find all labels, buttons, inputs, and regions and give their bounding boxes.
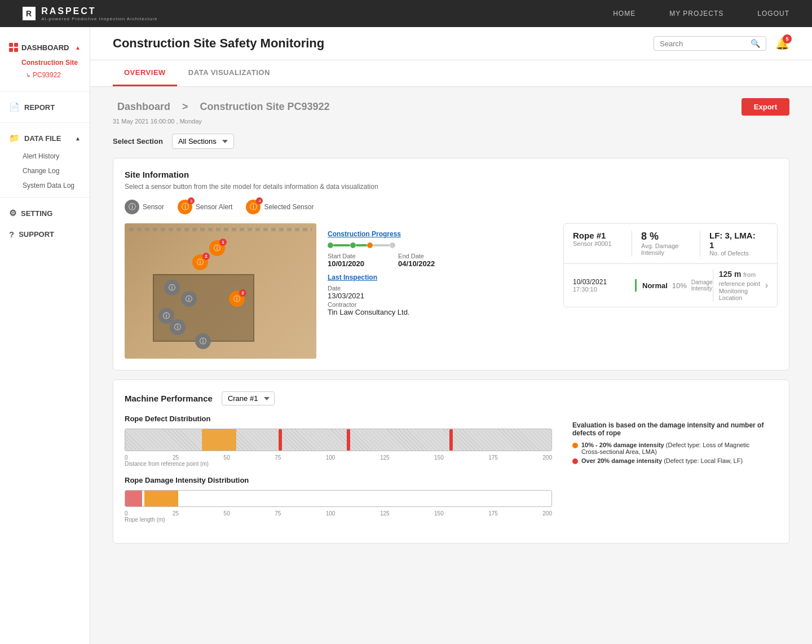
- intensity-seg-gray: [125, 506, 500, 507]
- map-sensor-2[interactable]: ⓘ: [181, 291, 197, 307]
- top-nav-links: HOME MY PROJECTS LOGOUT: [613, 10, 789, 17]
- data-file-arrow: ▲: [75, 135, 81, 142]
- prog-dot-end: [390, 242, 395, 248]
- legend-orange-row: 10% - 20% damage intensity (Defect type:…: [572, 442, 769, 455]
- int-axis-200: 200: [542, 510, 552, 517]
- rope-intensity-block: Normal 10% Damage Intensity: [635, 279, 713, 292]
- map-sensor-alert-3[interactable]: ⓘ 2: [229, 291, 245, 307]
- rope-sensor: Sensor #0001: [573, 240, 623, 247]
- date-label: 31 May 2021 16:00:00 , Monday: [113, 118, 789, 125]
- last-inspection: Last Inspection Date 13/03/2021: [328, 274, 440, 316]
- map-sensor-alert-2[interactable]: ⓘ 2: [192, 254, 208, 270]
- intensity-seg-orange: [144, 491, 178, 506]
- prog-seg-2: [356, 244, 367, 246]
- defect-marker-1: [279, 429, 282, 451]
- dashboard-icon: [9, 43, 18, 52]
- rope-defects: LF: 3, LMA: 1: [709, 231, 759, 250]
- eval-legend-title: Evaluation is based on the damage intens…: [572, 421, 769, 437]
- logo-box: R: [23, 7, 36, 20]
- selected-sensor-badge: 4: [256, 197, 263, 204]
- export-button[interactable]: Export: [742, 98, 789, 116]
- end-date-value: 04/10/2022: [398, 259, 435, 268]
- sidebar-item-setting[interactable]: ⚙ SETTING: [0, 202, 90, 224]
- rope-header: Rope #1 Sensor #0001 8 % Avg. Damage Int…: [564, 224, 777, 263]
- map-sensor-5[interactable]: ⓘ: [195, 333, 211, 349]
- last-inspection-label[interactable]: Last Inspection: [328, 274, 440, 281]
- rope-intensity-chart-title: Rope Damage Intensity Distribution: [125, 476, 552, 484]
- search-input[interactable]: [660, 39, 746, 48]
- rope-location-m: 125 m from reference point: [719, 270, 765, 288]
- construction-progress-label[interactable]: Construction Progress: [328, 230, 440, 238]
- top-nav: R RASPECT AI-powered Predictive Inspecti…: [0, 0, 812, 27]
- header-bar: Construction Site Safety Monitoring 🔍 🔔 …: [90, 27, 812, 60]
- sensor-label: Sensor: [143, 203, 164, 211]
- inspection-contractor-row: Contractor Tin Law Consultancy Ltd.: [328, 301, 440, 316]
- site-info-subtitle: Select a sensor button from the site mod…: [125, 183, 778, 191]
- charts-with-legend: Rope Defect Distribution: [125, 414, 778, 532]
- select-section-label: Select Section: [113, 137, 163, 145]
- rope-avg-damage: 8 %: [641, 231, 691, 242]
- site-map-image: ⓘ ⓘ ⓘ ⓘ 1 ⓘ 2: [125, 223, 316, 359]
- search-box: 🔍: [654, 36, 766, 51]
- defect-marker-3: [449, 429, 453, 451]
- sidebar-sub-change-log[interactable]: Change Log: [0, 164, 90, 178]
- sidebar-sub-alert-history[interactable]: Alert History: [0, 149, 90, 164]
- legend-dot-orange: [572, 443, 578, 448]
- sidebar-item-dashboard[interactable]: DASHBOARD ▲: [9, 38, 81, 56]
- rope-name: Rope #1: [573, 231, 623, 240]
- notification-button[interactable]: 🔔 5: [775, 37, 789, 50]
- sidebar-divider-1: [0, 91, 90, 92]
- crane-select[interactable]: Crane #1: [222, 391, 275, 405]
- rope-panel: Rope #1 Sensor #0001 8 % Avg. Damage Int…: [563, 223, 778, 359]
- prog-seg-1: [333, 244, 350, 246]
- axis-150: 150: [434, 455, 444, 461]
- legend-sensor-alert: ⓘ 3 Sensor Alert: [178, 200, 232, 214]
- breadcrumb-separator: >: [182, 101, 191, 112]
- site-details: Construction Progress: [328, 223, 440, 359]
- sidebar-sub-system-data-log[interactable]: System Data Log: [0, 178, 90, 193]
- defect-chart-axis: 0 25 50 75 100 125 150 175 200: [125, 455, 552, 461]
- logo: R RASPECT AI-powered Predictive Inspecti…: [23, 6, 158, 21]
- nav-logout[interactable]: LOGOUT: [757, 10, 789, 17]
- axis-125: 125: [380, 455, 390, 461]
- tab-overview[interactable]: OVERVIEW: [113, 60, 177, 86]
- insp-date-value: 13/03/2021: [328, 292, 364, 300]
- main-content: Construction Site Safety Monitoring 🔍 🔔 …: [90, 27, 812, 644]
- sidebar-item-report[interactable]: 📄 REPORT: [0, 96, 90, 118]
- map-sensor-4[interactable]: ⓘ: [170, 319, 186, 335]
- int-axis-75: 75: [275, 510, 281, 517]
- setting-icon: ⚙: [9, 208, 16, 218]
- start-date-block: Start Date 10/01/2020: [328, 253, 364, 268]
- sidebar-divider-2: [0, 122, 90, 123]
- select-section-row: Select Section All Sections: [113, 134, 789, 149]
- rope-orange-section: [202, 429, 236, 451]
- nav-my-projects[interactable]: MY PROJECTS: [669, 10, 723, 17]
- tab-data-visualization[interactable]: DATA VISUALIZATION: [177, 60, 281, 86]
- nav-home[interactable]: HOME: [613, 10, 636, 17]
- int-axis-50: 50: [224, 510, 230, 517]
- progress-bar: [328, 242, 440, 248]
- sidebar-item-data-file[interactable]: 📁 DATA FILE ▲: [0, 127, 90, 149]
- map-sensor-alert-1[interactable]: ⓘ 1: [209, 240, 225, 256]
- section-select[interactable]: All Sections: [172, 134, 234, 149]
- machine-perf-header: Machine Performance Crane #1: [125, 391, 778, 405]
- rope-avg-damage-label: Avg. Damage Intensity: [641, 242, 691, 256]
- end-date-block: End Date 04/10/2022: [398, 253, 435, 268]
- sensor-legend: ⓘ Sensor ⓘ 3 Sensor Alert ⓘ 4: [125, 200, 778, 214]
- site-map: ⓘ ⓘ ⓘ ⓘ 1 ⓘ 2: [125, 223, 552, 359]
- sensor-pin-gray: ⓘ: [125, 200, 139, 214]
- rope-arrow[interactable]: ›: [765, 280, 768, 290]
- prog-dot-mid1: [350, 242, 356, 248]
- intensity-chart-axis: 0 25 50 75 100 125 150 175 200: [125, 510, 552, 517]
- tabs-bar: OVERVIEW DATA VISUALIZATION: [90, 60, 812, 87]
- rope-card: Rope #1 Sensor #0001 8 % Avg. Damage Int…: [563, 223, 778, 307]
- sidebar: DASHBOARD ▲ Construction Site PC93922 📄 …: [0, 27, 90, 644]
- sidebar-item-construction-site[interactable]: Construction Site: [9, 56, 81, 69]
- legend-red-row: Over 20% damage intensity (Defect type: …: [572, 457, 769, 464]
- map-sensor-1[interactable]: ⓘ: [164, 280, 180, 295]
- logo-text: RASPECT: [41, 6, 96, 16]
- eval-legend: Evaluation is based on the damage intens…: [563, 414, 778, 532]
- sidebar-item-pc93922[interactable]: PC93922: [9, 69, 81, 81]
- sidebar-item-support[interactable]: ? SUPPORT: [0, 224, 90, 245]
- rope-intensity-chart: [125, 490, 552, 507]
